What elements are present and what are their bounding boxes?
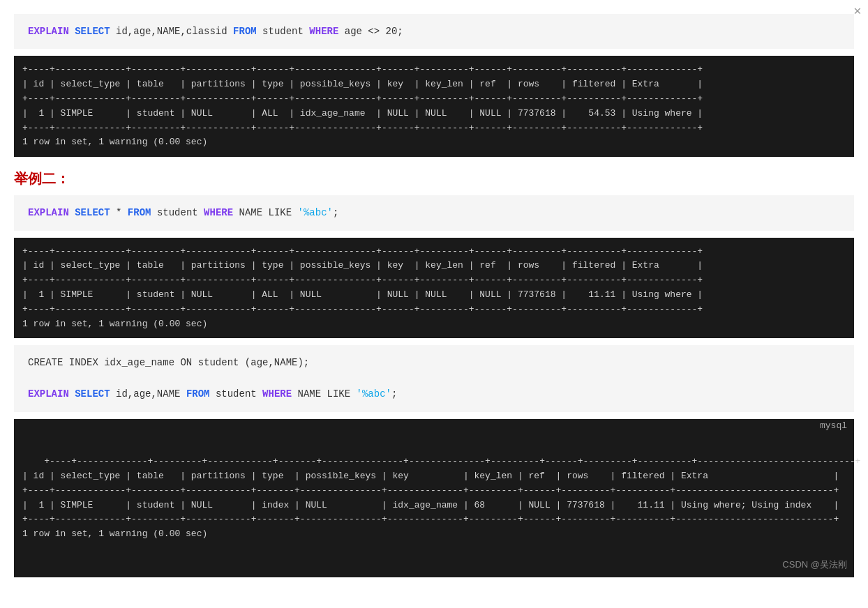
keyword-select: SELECT — [75, 26, 110, 37]
keyword-from-2: FROM — [128, 207, 151, 218]
sql-name-col-3: NAME LIKE — [298, 388, 357, 400]
example2-terminal: +----+-------------+---------+----------… — [14, 238, 854, 339]
sql-condition: age <> 20; — [345, 26, 403, 37]
keyword-where-2: WHERE — [204, 207, 233, 218]
terminal-line-3: +----+-------------+---------+----------… — [22, 456, 860, 539]
terminal-line-2: +----+-------------+---------+----------… — [22, 246, 703, 329]
table-name-2: student — [157, 207, 198, 218]
keyword-explain-3: EXPLAIN — [28, 388, 69, 400]
page-container: ✕ EXPLAIN SELECT id,age,NAME,classid FRO… — [0, 0, 868, 598]
example3-sql-block: CREATE INDEX idx_age_name ON student (ag… — [14, 345, 854, 411]
example1-sql-block: EXPLAIN SELECT id,age,NAME,classid FROM … — [14, 14, 854, 49]
keyword-from: FROM — [233, 26, 257, 37]
keyword-explain: EXPLAIN — [28, 26, 69, 37]
example1-terminal: +----+-------------+---------+----------… — [14, 56, 854, 157]
keyword-where: WHERE — [309, 26, 338, 37]
sql-star: * — [116, 207, 121, 218]
sql-name-col: NAME LIKE — [239, 207, 298, 218]
keyword-select-2: SELECT — [75, 207, 110, 218]
create-index-line: CREATE INDEX idx_age_name ON student (ag… — [28, 357, 309, 368]
example2-sql-block: EXPLAIN SELECT * FROM student WHERE NAME… — [14, 195, 854, 230]
sql-columns: id,age,NAME,classid — [116, 26, 227, 37]
terminal-line-1: +----+-------------+---------+----------… — [22, 64, 703, 147]
close-icon[interactable]: ✕ — [847, 0, 868, 21]
keyword-where-3: WHERE — [262, 388, 292, 400]
sql-cols-3: id,age,NAME — [116, 388, 180, 400]
keyword-explain-2: EXPLAIN — [28, 207, 69, 218]
section2-heading: 举例二： — [14, 169, 854, 188]
table-name-3: student — [216, 388, 257, 400]
table-name: student — [262, 26, 304, 37]
sql-string-val: '%abc' — [298, 207, 333, 218]
keyword-from-3: FROM — [186, 388, 210, 400]
mysql-label: mysql — [820, 419, 847, 434]
sql-string-val-3: '%abc' — [357, 388, 391, 400]
keyword-select-3: SELECT — [75, 388, 110, 400]
csdn-watermark: CSDN @吴法刚 — [782, 558, 847, 572]
example3-terminal: mysql +----+-------------+---------+----… — [14, 419, 854, 578]
